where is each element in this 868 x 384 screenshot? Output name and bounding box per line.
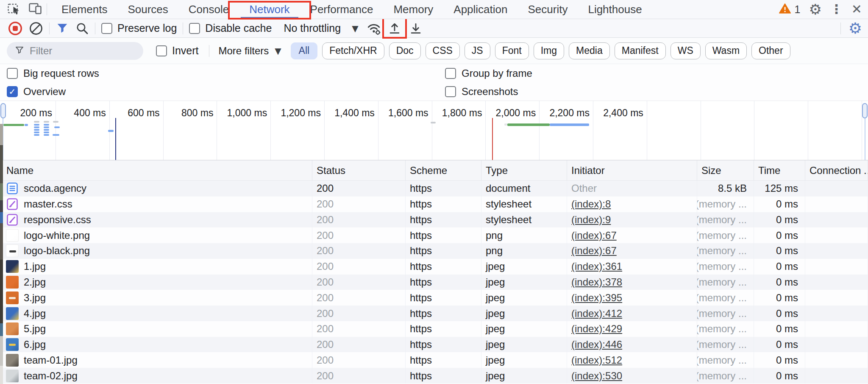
filter-input-pill[interactable] (7, 42, 143, 60)
initiator-link[interactable]: (index):67 (571, 230, 617, 241)
overview-left-handle[interactable] (0, 103, 6, 118)
throttling-dropdown[interactable]: No throttling ▼ (284, 22, 358, 34)
chip-ws[interactable]: WS (670, 42, 701, 59)
chip-font[interactable]: Font (495, 42, 529, 59)
chip-css[interactable]: CSS (426, 42, 460, 59)
table-row[interactable]: 3.jpg200httpsjpeg(index):395(memory ...0… (0, 290, 868, 306)
tabbar-divider (47, 3, 47, 15)
import-har-button[interactable] (387, 21, 402, 36)
initiator-link[interactable]: (index):512 (571, 354, 622, 366)
network-overview-timeline[interactable]: 200 ms400 ms600 ms800 ms1,000 ms1,200 ms… (0, 101, 868, 160)
filter-funnel-icon[interactable] (56, 22, 69, 35)
cell-time: 0 ms (754, 306, 805, 321)
cell-status: 200 (312, 212, 406, 228)
chip-wasm[interactable]: Wasm (705, 42, 747, 59)
cell-name: scoda.agency (0, 181, 312, 196)
cell-status: 200 (312, 337, 406, 353)
page-sliver-segment (0, 366, 3, 384)
initiator-link[interactable]: (index):530 (571, 370, 622, 382)
tab-elements[interactable]: Elements (51, 0, 117, 19)
request-name: scoda.agency (24, 182, 86, 194)
table-row[interactable]: 1.jpg200httpsjpeg(index):361(memory ...0… (0, 259, 868, 275)
initiator-link[interactable]: (index):395 (571, 292, 622, 304)
cell-scheme: https (406, 352, 481, 368)
column-header-connection-[interactable]: Connection ... (805, 160, 868, 180)
settings-gear-icon[interactable]: ⚙ (809, 2, 821, 17)
table-row[interactable]: 2.jpg200httpsjpeg(index):378(memory ...0… (0, 275, 868, 290)
column-header-initiator[interactable]: Initiator (567, 160, 697, 180)
overview-checkbox[interactable]: ✓ (7, 86, 18, 97)
search-icon[interactable] (75, 21, 89, 35)
overview-right-handle[interactable] (862, 103, 868, 118)
initiator-link[interactable]: (index):378 (571, 276, 622, 288)
device-toolbar-icon[interactable] (28, 1, 42, 17)
chip-media[interactable]: Media (569, 42, 610, 59)
filter-input[interactable] (30, 45, 136, 57)
screenshots-option[interactable]: Screenshots (445, 86, 868, 98)
clear-network-log-icon[interactable] (29, 21, 43, 36)
initiator-link[interactable]: (index):412 (571, 308, 622, 320)
export-har-icon[interactable] (409, 21, 423, 36)
table-row[interactable]: master.css200httpsstylesheet(index):8(me… (0, 196, 868, 212)
initiator-link[interactable]: (index):9 (571, 214, 611, 226)
tab-memory[interactable]: Memory (383, 0, 443, 19)
tab-performance[interactable]: Performance (300, 0, 384, 19)
kebab-menu-icon[interactable]: ⋮ (830, 3, 843, 16)
network-conditions-icon[interactable] (366, 21, 381, 36)
column-header-type[interactable]: Type (481, 160, 567, 180)
table-row[interactable]: scoda.agency200httpsdocumentOther8.5 kB1… (0, 181, 868, 196)
tab-lighthouse[interactable]: Lighthouse (578, 0, 652, 19)
column-header-scheme[interactable]: Scheme (406, 160, 481, 180)
inspect-element-icon[interactable] (7, 1, 21, 17)
chip-other[interactable]: Other (751, 42, 790, 59)
tab-security[interactable]: Security (518, 0, 578, 19)
network-options: Big request rows Group by frame ✓ Overvi… (0, 64, 868, 101)
cell-scheme: https (406, 368, 481, 384)
close-devtools-icon[interactable]: ✕ (851, 3, 862, 16)
initiator-link[interactable]: (index):361 (571, 261, 622, 272)
chip-js[interactable]: JS (465, 42, 490, 59)
record-network-log-button[interactable] (8, 21, 23, 36)
more-filters-dropdown[interactable]: More filters ▼ (219, 45, 281, 57)
page-sliver-segment (0, 145, 3, 183)
big-request-rows-option[interactable]: Big request rows (7, 67, 445, 79)
initiator-link[interactable]: (index):446 (571, 339, 622, 350)
table-row[interactable]: team-01.jpg200httpsjpeg(index):512(memor… (0, 352, 868, 368)
overview-option[interactable]: ✓ Overview (7, 86, 445, 98)
table-row[interactable]: logo-white.png200httpspng(index):67(memo… (0, 227, 868, 243)
disable-cache-checkbox[interactable] (189, 23, 200, 34)
cell-status: 200 (312, 352, 406, 368)
table-row[interactable]: 4.jpg200httpsjpeg(index):412(memory ...0… (0, 306, 868, 321)
cell-scheme: https (406, 337, 481, 353)
tab-console[interactable]: Console (178, 0, 239, 19)
chip-manifest[interactable]: Manifest (615, 42, 666, 59)
table-row[interactable]: logo-black.png200httpspng(index):67(memo… (0, 243, 868, 259)
table-row[interactable]: 6.jpg200httpsjpeg(index):446(memory ...0… (0, 337, 868, 353)
screenshots-checkbox[interactable] (445, 86, 456, 97)
table-row[interactable]: team-02.jpg200httpsjpeg(index):530(memor… (0, 368, 868, 384)
column-header-size[interactable]: Size (697, 160, 754, 180)
column-header-status[interactable]: Status (312, 160, 406, 180)
tab-network[interactable]: Network (239, 0, 300, 19)
chip-img[interactable]: Img (534, 42, 564, 59)
initiator-link[interactable]: (index):67 (571, 245, 617, 257)
group-by-frame-checkbox[interactable] (445, 68, 456, 79)
invert-checkbox[interactable] (156, 45, 167, 56)
table-row[interactable]: responsive.css200httpsstylesheet(index):… (0, 212, 868, 228)
issues-counter[interactable]: 1 (779, 3, 800, 16)
initiator-link[interactable]: (index):429 (571, 323, 622, 335)
cell-time: 0 ms (754, 337, 805, 353)
tab-sources[interactable]: Sources (117, 0, 178, 19)
column-header-name[interactable]: Name (0, 160, 312, 180)
table-row[interactable]: 5.jpg200httpsjpeg(index):429(memory ...0… (0, 321, 868, 337)
group-by-frame-option[interactable]: Group by frame (445, 67, 868, 79)
chip-all[interactable]: All (291, 42, 318, 59)
column-header-time[interactable]: Time (754, 160, 805, 180)
big-request-rows-checkbox[interactable] (7, 68, 18, 79)
tab-application[interactable]: Application (443, 0, 517, 19)
preserve-log-checkbox[interactable] (101, 23, 112, 34)
chip-doc[interactable]: Doc (389, 42, 421, 59)
chip-fetch-xhr[interactable]: Fetch/XHR (322, 42, 384, 59)
network-settings-gear-icon[interactable]: ⚙ (849, 21, 862, 36)
initiator-link[interactable]: (index):8 (571, 198, 611, 210)
